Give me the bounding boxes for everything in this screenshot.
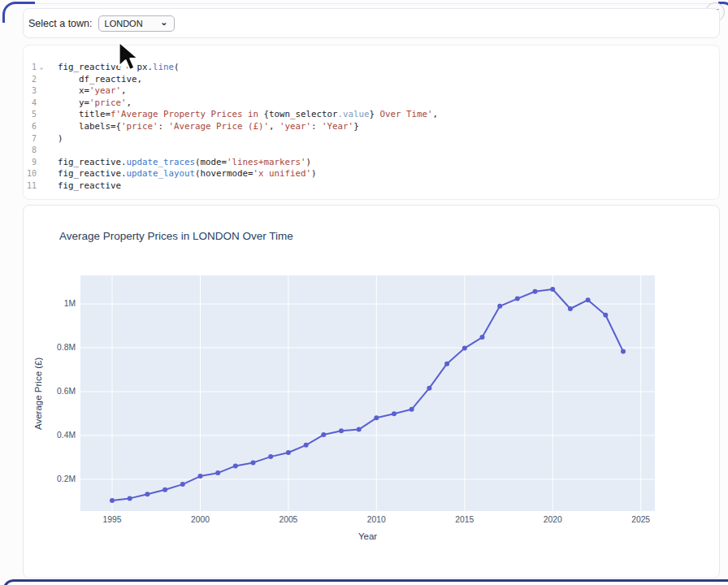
data-point-marker[interactable] xyxy=(233,463,238,468)
data-point-marker[interactable] xyxy=(339,428,344,433)
code-token: y= xyxy=(58,98,89,108)
code-token: update_traces xyxy=(127,157,196,167)
code-text: title=f'Average Property Prices in {town… xyxy=(58,109,438,121)
data-point-marker[interactable] xyxy=(251,460,256,465)
code-text: y='price', xyxy=(58,98,132,110)
line-number: 5 xyxy=(24,109,37,121)
code-editor[interactable]: 1⌄fig_reactive = px.line(2 df_reactive,3… xyxy=(24,62,719,193)
fold-spacer xyxy=(37,168,46,180)
data-point-marker[interactable] xyxy=(374,415,379,420)
fold-arrow-icon[interactable]: ⌄ xyxy=(37,62,46,74)
code-token: ) xyxy=(311,168,317,179)
code-token: (mode= xyxy=(195,157,227,167)
data-point-marker[interactable] xyxy=(215,470,220,475)
data-point-marker[interactable] xyxy=(427,386,431,391)
code-token: x= xyxy=(58,85,89,96)
data-point-marker[interactable] xyxy=(110,498,115,503)
mouse-cursor xyxy=(118,41,145,76)
fold-spacer xyxy=(37,145,46,157)
code-token: , xyxy=(121,85,127,96)
data-point-marker[interactable] xyxy=(304,443,309,448)
data-point-marker[interactable] xyxy=(268,454,273,459)
data-point-marker[interactable] xyxy=(180,482,185,487)
data-point-marker[interactable] xyxy=(515,297,520,301)
code-token: Over Time' xyxy=(375,109,433,119)
code-token: 'year' xyxy=(89,85,121,96)
data-point-marker[interactable] xyxy=(462,346,467,351)
code-line: 6 labels={'price': 'Average Price (£)', … xyxy=(24,121,719,133)
code-token: } xyxy=(353,121,359,132)
x-tick-label: 2005 xyxy=(272,515,305,524)
data-point-marker[interactable] xyxy=(410,407,414,412)
code-text: fig_reactive.update_layout(hovermode='x … xyxy=(58,168,317,180)
code-token: 'year' xyxy=(280,121,311,132)
price-line-series[interactable] xyxy=(112,289,623,500)
chart-svg xyxy=(80,275,655,511)
data-point-marker[interactable] xyxy=(621,349,626,354)
chevron-down-icon: ⌄ xyxy=(160,19,167,25)
code-token: 'price' xyxy=(89,98,127,108)
data-point-marker[interactable] xyxy=(603,313,608,318)
code-line: 7) xyxy=(24,133,719,145)
code-token: fig_reactive xyxy=(58,180,121,191)
code-token: title= xyxy=(58,109,110,119)
x-tick-label: 2020 xyxy=(536,515,569,524)
data-point-marker[interactable] xyxy=(586,297,591,302)
chart-cell: Average Property Prices in LONDON Over T… xyxy=(23,205,720,578)
line-number: 8 xyxy=(24,145,37,157)
code-text: ) xyxy=(58,133,63,145)
line-number: 3 xyxy=(24,85,37,98)
data-point-marker[interactable] xyxy=(444,362,449,366)
data-point-marker[interactable] xyxy=(533,289,538,294)
line-number: 6 xyxy=(24,121,37,133)
y-axis-title: Average Price (£) xyxy=(33,275,46,511)
fold-spacer xyxy=(37,121,46,133)
code-token: fig_reactive. xyxy=(58,168,127,179)
fold-spacer xyxy=(37,180,46,193)
plot-area[interactable] xyxy=(80,275,655,511)
code-token: fig_reactive. xyxy=(58,157,127,167)
data-point-marker[interactable] xyxy=(321,432,326,437)
data-point-marker[interactable] xyxy=(162,488,167,492)
fold-spacer xyxy=(37,109,46,121)
frame-top-border xyxy=(29,3,717,4)
data-point-marker[interactable] xyxy=(145,492,150,496)
x-tick-label: 1995 xyxy=(96,515,128,524)
town-select[interactable]: LONDON ⌄ xyxy=(98,15,175,32)
code-token: (hovermode= xyxy=(195,168,254,179)
code-token: {town_selector xyxy=(264,109,338,119)
town-selector-card: Select a town: LONDON ⌄ xyxy=(23,8,720,38)
code-text: fig_reactive xyxy=(58,180,121,193)
x-tick-label: 2025 xyxy=(625,515,657,524)
code-token: 'price' xyxy=(121,121,158,132)
data-point-marker[interactable] xyxy=(357,427,362,432)
fold-spacer xyxy=(37,85,46,98)
line-number: 2 xyxy=(24,74,37,86)
x-tick-label: 2000 xyxy=(184,515,216,524)
code-token: , xyxy=(269,121,280,132)
code-line: 11fig_reactive xyxy=(24,180,719,193)
line-number: 1 xyxy=(24,62,37,74)
code-token: line xyxy=(153,62,174,72)
data-point-marker[interactable] xyxy=(198,474,203,479)
line-number: 7 xyxy=(24,133,37,145)
code-token: .value xyxy=(338,109,370,119)
code-token: , xyxy=(433,109,439,119)
data-point-marker[interactable] xyxy=(550,287,555,292)
data-point-marker[interactable] xyxy=(286,450,291,455)
line-number: 10 xyxy=(24,168,37,180)
data-point-marker[interactable] xyxy=(480,335,485,340)
x-tick-label: 2010 xyxy=(360,515,392,524)
data-point-marker[interactable] xyxy=(568,306,573,311)
x-tick-label: 2015 xyxy=(448,515,481,524)
code-line: 10fig_reactive.update_layout(hovermode='… xyxy=(24,168,719,180)
code-token: , xyxy=(127,98,132,108)
code-line: 3 x='year', xyxy=(24,85,719,98)
data-point-marker[interactable] xyxy=(392,411,396,416)
data-point-marker[interactable] xyxy=(128,496,132,500)
data-point-marker[interactable] xyxy=(497,304,502,309)
line-number: 11 xyxy=(24,180,37,193)
next-cell-top-border xyxy=(2,579,728,585)
code-token: 'x unified' xyxy=(254,168,312,179)
code-text: x='year', xyxy=(58,85,127,98)
